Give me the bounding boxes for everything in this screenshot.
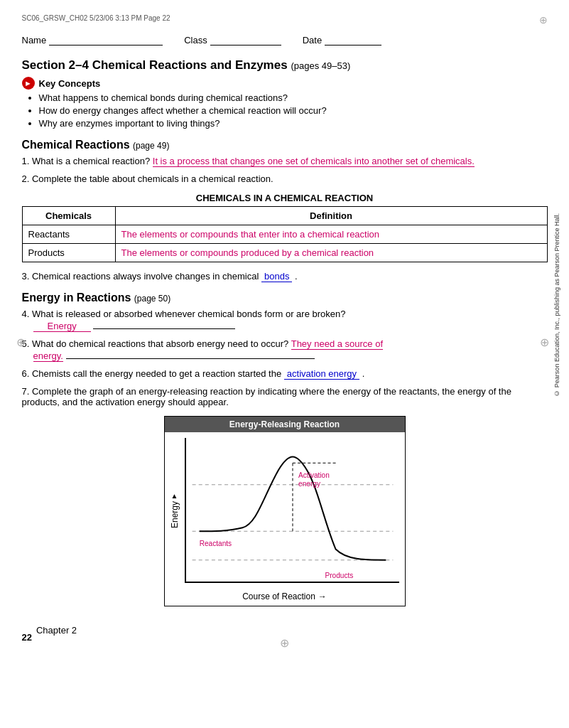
table-cell-reactants-name: Reactants (22, 225, 115, 244)
svg-text:Reactants: Reactants (199, 540, 231, 547)
class-field: Class (184, 34, 281, 46)
date-label: Date (303, 35, 322, 46)
table-header-definition: Definition (115, 207, 547, 225)
question-1: 1. What is a chemical reaction? It is a … (22, 156, 548, 166)
date-field: Date (303, 34, 381, 46)
energy-reactions-heading: Energy in Reactions (page 50) (22, 291, 548, 304)
graph-container: Energy-Releasing Reaction ▲ Energy (22, 416, 548, 606)
y-axis-container: ▲ Energy (165, 438, 185, 583)
q3-num: 3. (22, 271, 30, 282)
table-cell-products-name: Products (22, 244, 115, 262)
q7-num: 7. (22, 386, 30, 397)
key-concept-item-3: Why are enzymes important to living thin… (39, 118, 548, 129)
question-5: 5. What do chemical reactions that absor… (22, 338, 548, 361)
graph-title: Energy-Releasing Reaction (165, 417, 405, 432)
question-4: 4. What is released or absorbed whenever… (22, 309, 548, 331)
q4-answer: Energy (33, 321, 91, 332)
name-label: Name (22, 35, 47, 46)
q3-answer: bonds (261, 271, 292, 282)
name-underline (49, 34, 163, 46)
date-underline (325, 34, 381, 46)
graph-box: Energy-Releasing Reaction ▲ Energy (164, 416, 406, 606)
q6-text-before: Chemists call the energy needed to get a… (32, 368, 281, 379)
question-7: 7. Complete the graph of an energy-relea… (22, 386, 548, 407)
table-cell-reactants-def: The elements or compounds that enter int… (115, 225, 547, 244)
table-header-chemicals: Chemicals (22, 207, 115, 225)
y-axis-arrow-up: ▲ (171, 492, 178, 500)
q6-text-after: . (362, 368, 365, 379)
key-concepts-icon: ► (22, 77, 35, 90)
table-row-products: Products The elements or compounds produ… (22, 244, 547, 262)
svg-text:energy: energy (298, 480, 321, 488)
crosshair-left: ⊕ (16, 336, 26, 349)
q1-answer: It is a process that changes one set of … (153, 156, 475, 167)
name-class-date-row: Name Class Date (22, 34, 548, 46)
svg-text:Products: Products (325, 572, 353, 579)
key-concepts-label: Key Concepts (39, 78, 101, 89)
q4-underline (93, 328, 235, 329)
key-concept-item-2: How do energy changes affect whether a c… (39, 105, 548, 116)
q5-answer-2: energy. (33, 350, 63, 362)
name-field: Name (22, 34, 163, 46)
section-title: Section 2–4 Chemical Reactions and Enzym… (22, 58, 548, 73)
y-axis-label: Energy (170, 501, 180, 528)
top-bar-text: SC06_GRSW_CH02 5/23/06 3:13 PM Page 22 (22, 14, 170, 26)
q5-underline (66, 358, 315, 359)
svg-text:Activation: Activation (298, 471, 330, 479)
crosshair-right: ⊕ (540, 336, 549, 349)
q3-text-after: . (295, 271, 298, 282)
q7-text: Complete the graph of an energy-releasin… (22, 386, 511, 407)
class-underline (210, 34, 281, 46)
question-3: 3. Chemical reactions always involve cha… (22, 271, 548, 282)
q5-answer-1: They need a source of (291, 338, 383, 350)
top-bar: SC06_GRSW_CH02 5/23/06 3:13 PM Page 22 ⊕ (22, 14, 548, 26)
q6-answer: activation energy (284, 368, 359, 380)
q1-text: What is a chemical reaction? (32, 156, 150, 166)
q4-num: 4. (22, 309, 30, 319)
q2-num: 2. (22, 173, 30, 184)
crosshair-bottom: ⊕ (280, 636, 289, 650)
table-title: CHEMICALS IN A CHEMICAL REACTION (22, 193, 548, 203)
graph-svg: Activation energy Reactants Products (186, 438, 399, 582)
table-cell-products-def: The elements or compounds produced by a … (115, 244, 547, 262)
q1-num: 1. (22, 156, 30, 166)
key-concepts-header: ► Key Concepts (22, 77, 548, 90)
graph-inner: ▲ Energy (165, 432, 405, 589)
key-concepts-list: What happens to chemical bonds during ch… (39, 92, 548, 129)
key-concepts-block: ► Key Concepts What happens to chemical … (22, 77, 548, 129)
q2-text: Complete the table about chemicals in a … (32, 173, 273, 184)
page-number: 22 (22, 632, 32, 643)
question-6: 6. Chemists call the energy needed to ge… (22, 368, 548, 379)
class-label: Class (184, 35, 207, 46)
graph-area: Activation energy Reactants Products (185, 438, 399, 583)
key-concept-item-1: What happens to chemical bonds during ch… (39, 92, 548, 103)
sidebar-copyright: © Pearson Education, Inc., publishing as… (553, 213, 560, 397)
chemicals-table: Chemicals Definition Reactants The eleme… (22, 206, 548, 262)
crosshair-top: ⊕ (539, 14, 548, 26)
q6-num: 6. (22, 368, 30, 379)
graph-x-label: Course of Reaction → (165, 589, 405, 606)
q5-text: What do chemical reactions that absorb e… (32, 338, 288, 349)
table-row-reactants: Reactants The elements or compounds that… (22, 225, 547, 244)
chapter-label: Chapter 2 (36, 625, 77, 636)
chemical-reactions-heading: Chemical Reactions (page 49) (22, 139, 548, 151)
q3-text-before: Chemical reactions always involve change… (32, 271, 259, 282)
q4-text: What is released or absorbed whenever ch… (32, 309, 346, 319)
question-2: 2. Complete the table about chemicals in… (22, 173, 548, 262)
